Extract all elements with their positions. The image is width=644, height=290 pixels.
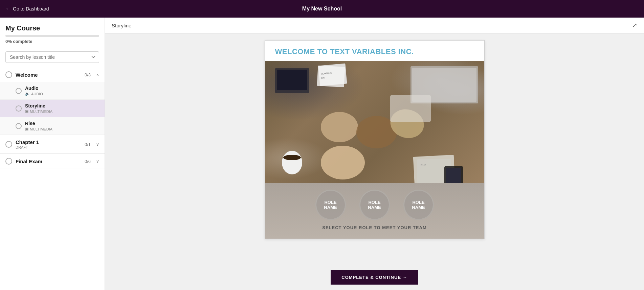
desk-scene: MORNING BUS BUS xyxy=(265,61,484,183)
expand-icon[interactable]: ⤢ xyxy=(632,22,637,29)
search-container[interactable]: Search by lesson title xyxy=(0,47,105,67)
sidebar: My Course 0% complete Search by lesson t… xyxy=(0,18,105,290)
school-name: My New School xyxy=(302,6,342,12)
lesson-item-rise[interactable]: Rise ▣ MULTIMEDIA xyxy=(0,117,105,135)
lesson-circle-storyline xyxy=(16,105,22,112)
lesson-circle-rise xyxy=(16,123,22,129)
course-header: My Course 0% complete xyxy=(0,18,105,47)
complete-footer: COMPLETE & CONTINUE → xyxy=(105,265,644,290)
search-select[interactable]: Search by lesson title xyxy=(5,51,99,63)
svg-text:BUS: BUS xyxy=(421,164,426,167)
svg-point-7 xyxy=(283,155,301,160)
svg-rect-3 xyxy=(317,66,345,87)
lesson-circle-audio xyxy=(16,88,22,94)
draft-badge: DRAFT xyxy=(16,145,81,149)
lesson-name-storyline: Storyline xyxy=(25,103,99,108)
progress-label: 0% complete xyxy=(5,39,32,44)
section-welcome-count: 0/3 xyxy=(85,72,91,77)
content-header: Storyline ⤢ xyxy=(105,18,644,33)
storyline-type-label: MULTIMEDIA xyxy=(30,110,52,114)
main-layout: My Course 0% complete Search by lesson t… xyxy=(0,18,644,290)
section-finalexam-circle xyxy=(5,158,12,165)
back-to-dashboard-button[interactable]: ← Go to Dashboard xyxy=(5,6,49,12)
complete-continue-button[interactable]: COMPLETE & CONTINUE → xyxy=(331,270,418,285)
multimedia-icon-rise: ▣ xyxy=(25,127,28,131)
audio-icon: 🔈 xyxy=(25,92,30,96)
progress-bar-container xyxy=(5,35,99,37)
section-chapter1-count: 0/1 xyxy=(85,142,91,147)
section-finalexam: Final Exam 0/6 ∨ xyxy=(0,154,105,169)
svg-point-14 xyxy=(321,146,365,179)
storyline-preview: WELCOME TO TEXT VARIABLES INC. xyxy=(265,40,485,239)
section-chapter1: Chapter 1 DRAFT 0/1 ∨ xyxy=(0,135,105,154)
roles-section: ROLE NAME ROLE NAME ROLE NAME SELECT YOU… xyxy=(265,183,484,239)
course-title: My Course xyxy=(5,24,99,32)
role-circle-1[interactable]: ROLE NAME xyxy=(315,190,346,220)
multimedia-icon-storyline: ▣ xyxy=(25,109,28,114)
select-role-text: SELECT YOUR ROLE TO MEET YOUR TEAM xyxy=(275,225,474,230)
lesson-info-audio: Audio 🔈 AUDIO xyxy=(25,86,99,96)
section-finalexam-count: 0/6 xyxy=(85,159,91,164)
back-label: Go to Dashboard xyxy=(13,6,49,11)
section-finalexam-chevron: ∨ xyxy=(96,159,99,164)
progress-text: 0% complete xyxy=(5,39,99,44)
lesson-list-welcome: Audio 🔈 AUDIO Storyline ▣ MULTI xyxy=(0,82,105,135)
svg-point-12 xyxy=(321,112,358,142)
svg-rect-16 xyxy=(390,95,431,122)
preview-image-area: MORNING BUS BUS xyxy=(265,61,484,183)
section-chapter1-name: Chapter 1 xyxy=(16,139,39,145)
rise-type-label: MULTIMEDIA xyxy=(30,127,52,131)
preview-heading: WELCOME TO TEXT VARIABLES INC. xyxy=(275,47,474,56)
lesson-type-audio: 🔈 AUDIO xyxy=(25,92,99,96)
lesson-name-rise: Rise xyxy=(25,121,99,126)
section-finalexam-name: Final Exam xyxy=(16,159,81,164)
section-finalexam-header[interactable]: Final Exam 0/6 ∨ xyxy=(0,154,105,169)
lesson-type-rise: ▣ MULTIMEDIA xyxy=(25,127,99,131)
section-chapter1-chevron: ∨ xyxy=(96,142,99,147)
content-area: WELCOME TO TEXT VARIABLES INC. xyxy=(105,33,644,265)
svg-rect-11 xyxy=(446,168,461,183)
svg-rect-1 xyxy=(277,70,307,90)
preview-top: WELCOME TO TEXT VARIABLES INC. xyxy=(265,41,484,61)
back-arrow-icon: ← xyxy=(5,6,11,12)
lesson-info-rise: Rise ▣ MULTIMEDIA xyxy=(25,121,99,131)
role-circle-2[interactable]: ROLE NAME xyxy=(359,190,390,220)
section-welcome-chevron: ∧ xyxy=(96,72,99,77)
section-welcome-name: Welcome xyxy=(16,72,81,78)
section-chapter1-header[interactable]: Chapter 1 DRAFT 0/1 ∨ xyxy=(0,135,105,153)
lesson-info-storyline: Storyline ▣ MULTIMEDIA xyxy=(25,103,99,114)
lesson-item-audio[interactable]: Audio 🔈 AUDIO xyxy=(0,82,105,100)
svg-point-6 xyxy=(282,151,302,174)
content-lesson-title: Storyline xyxy=(112,23,131,28)
lesson-type-storyline: ▣ MULTIMEDIA xyxy=(25,109,99,114)
section-chapter1-circle xyxy=(5,141,12,148)
fist-area: MORNING BUS BUS xyxy=(265,61,484,183)
top-nav: ← Go to Dashboard My New School xyxy=(0,0,644,18)
section-welcome-header[interactable]: Welcome 0/3 ∧ xyxy=(0,67,105,82)
audio-type-label: AUDIO xyxy=(31,92,43,96)
section-welcome-circle xyxy=(5,71,12,78)
lesson-name-audio: Audio xyxy=(25,86,99,91)
role-circle-3[interactable]: ROLE NAME xyxy=(403,190,434,220)
section-welcome: Welcome 0/3 ∧ Audio 🔈 AUDIO xyxy=(0,67,105,135)
svg-text:BUS: BUS xyxy=(320,77,325,79)
lesson-item-storyline[interactable]: Storyline ▣ MULTIMEDIA xyxy=(0,100,105,117)
role-circles: ROLE NAME ROLE NAME ROLE NAME xyxy=(275,190,474,220)
main-content: Storyline ⤢ WELCOME TO TEXT VARIABLES IN… xyxy=(105,18,644,290)
